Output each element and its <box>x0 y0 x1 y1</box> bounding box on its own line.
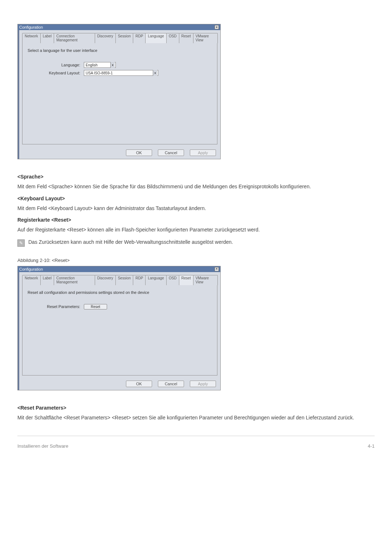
dialog-title: Configuration <box>19 25 43 29</box>
tab-panel-language: Select a language for the user interface… <box>22 43 217 144</box>
config-dialog-reset: Configuration × Network Label Connection… <box>17 266 221 390</box>
dialog-title: Configuration <box>19 267 43 271</box>
tab-connection-management[interactable]: Connection Management <box>54 275 95 285</box>
tab-discovery[interactable]: Discovery <box>95 275 116 285</box>
heading-sprache: <Sprache> <box>17 174 375 180</box>
chevron-down-icon[interactable]: ▼ <box>153 70 157 76</box>
dialog-body: Network Label Connection Management Disc… <box>18 30 220 159</box>
language-label: Language: <box>28 63 84 67</box>
tab-osd[interactable]: OSD <box>166 275 179 285</box>
cancel-button[interactable]: Cancel <box>158 149 184 156</box>
tab-connection-management[interactable]: Connection Management <box>54 33 95 43</box>
footer-left: Installieren der Software <box>17 443 68 449</box>
paragraph-sprache: Mit dem Feld <Sprache> können Sie die Sp… <box>17 183 375 190</box>
tab-network[interactable]: Network <box>22 275 41 285</box>
footer-divider <box>17 436 375 436</box>
ok-button[interactable]: OK <box>126 149 152 156</box>
heading-reset-tab: Registerkarte <Reset> <box>17 217 375 223</box>
dialog-button-row: OK Cancel Apply <box>22 148 217 157</box>
language-value: English <box>86 63 98 67</box>
cancel-button[interactable]: Cancel <box>158 381 184 387</box>
keyboard-label: Keyboard Layout: <box>28 71 84 75</box>
keyboard-select[interactable]: USA ISO-8859-1 ▼ <box>84 70 158 76</box>
footer-right: 4-1 <box>368 443 375 449</box>
tab-row: Network Label Connection Management Disc… <box>22 33 217 43</box>
tab-network[interactable]: Network <box>22 33 41 43</box>
tab-session[interactable]: Session <box>115 33 134 43</box>
heading-reset-parameters: <Reset Parameters> <box>17 405 375 411</box>
tab-panel-reset: Reset all configuration and permissions … <box>22 285 217 376</box>
tab-label[interactable]: Label <box>40 33 54 43</box>
keyboard-value: USA ISO-8859-1 <box>86 71 113 75</box>
tab-language[interactable]: Language <box>145 33 167 43</box>
tab-label[interactable]: Label <box>40 275 54 285</box>
tab-vmware-view[interactable]: VMware View <box>193 33 218 43</box>
tab-rdp[interactable]: RDP <box>133 33 146 43</box>
paragraph-keyboard-layout: Mit dem Feld <Keyboard Layout> kann der … <box>17 205 375 212</box>
row-keyboard: Keyboard Layout: USA ISO-8859-1 ▼ <box>28 70 212 76</box>
tab-vmware-view[interactable]: VMware View <box>193 275 218 285</box>
ok-button[interactable]: OK <box>126 381 152 387</box>
tab-reset[interactable]: Reset <box>179 275 193 285</box>
tab-reset[interactable]: Reset <box>179 33 193 43</box>
reset-parameters-label: Reset Parameters: <box>28 304 84 309</box>
dialog-button-row: OK Cancel Apply <box>22 379 217 388</box>
dialog-titlebar: Configuration × <box>18 24 220 30</box>
note-text: Das Zurücksetzen kann auch mit Hilfe der… <box>28 239 233 246</box>
tab-discovery[interactable]: Discovery <box>95 33 116 43</box>
apply-button[interactable]: Apply <box>190 149 216 156</box>
tab-language[interactable]: Language <box>145 275 167 285</box>
note-icon: ✎ <box>17 239 25 247</box>
dialog-titlebar: Configuration × <box>18 266 220 272</box>
apply-button[interactable]: Apply <box>190 381 216 387</box>
language-select[interactable]: English ▼ <box>84 62 116 68</box>
heading-keyboard-layout: <Keyboard Layout> <box>17 196 375 201</box>
panel-instruction: Reset all configuration and permissions … <box>28 290 212 295</box>
note-row: ✎ Das Zurücksetzen kann auch mit Hilfe d… <box>17 239 375 247</box>
tab-osd[interactable]: OSD <box>166 33 179 43</box>
tab-rdp[interactable]: RDP <box>133 275 146 285</box>
paragraph-reset-tab: Auf der Registerkarte <Reset> können all… <box>17 226 375 234</box>
close-icon[interactable]: × <box>215 25 219 29</box>
paragraph-reset-parameters: Mit der Schaltfläche <Reset Parameters> … <box>17 414 375 422</box>
tab-session[interactable]: Session <box>115 275 134 285</box>
close-icon[interactable]: × <box>215 267 219 271</box>
row-reset-parameters: Reset Parameters: Reset <box>28 304 212 309</box>
reset-button[interactable]: Reset <box>84 304 107 309</box>
page-footer: Installieren der Software 4-1 <box>17 443 375 449</box>
config-dialog-language: Configuration × Network Label Connection… <box>17 24 221 159</box>
dialog-body: Network Label Connection Management Disc… <box>18 272 220 390</box>
tab-row: Network Label Connection Management Disc… <box>22 275 217 285</box>
figure-caption: Abbildung 2-10: <Reset> <box>17 258 375 263</box>
chevron-down-icon[interactable]: ▼ <box>110 62 115 68</box>
panel-instruction: Select a language for the user interface <box>28 48 212 53</box>
row-language: Language: English ▼ <box>28 62 212 68</box>
